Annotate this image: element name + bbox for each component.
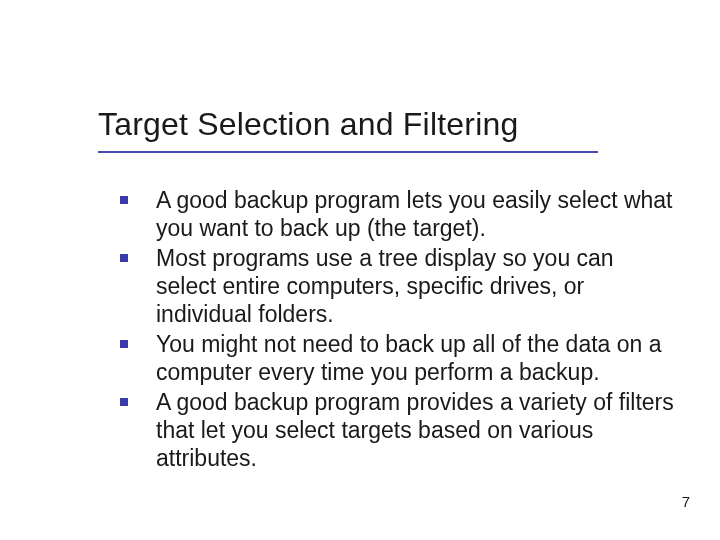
bullet-text: Most programs use a tree display so you … (156, 244, 675, 328)
square-bullet-icon (120, 254, 128, 262)
square-bullet-icon (120, 196, 128, 204)
slide: Target Selection and Filtering A good ba… (0, 0, 720, 540)
slide-body: A good backup program lets you easily se… (120, 186, 675, 474)
bullet-text: You might not need to back up all of the… (156, 330, 675, 386)
slide-title: Target Selection and Filtering (98, 106, 598, 143)
bullet-text: A good backup program lets you easily se… (156, 186, 675, 242)
page-number: 7 (682, 493, 690, 510)
title-block: Target Selection and Filtering (98, 106, 598, 153)
list-item: Most programs use a tree display so you … (120, 244, 675, 328)
list-item: You might not need to back up all of the… (120, 330, 675, 386)
list-item: A good backup program provides a variety… (120, 388, 675, 472)
bullet-text: A good backup program provides a variety… (156, 388, 675, 472)
list-item: A good backup program lets you easily se… (120, 186, 675, 242)
square-bullet-icon (120, 398, 128, 406)
title-underline (98, 151, 598, 153)
square-bullet-icon (120, 340, 128, 348)
